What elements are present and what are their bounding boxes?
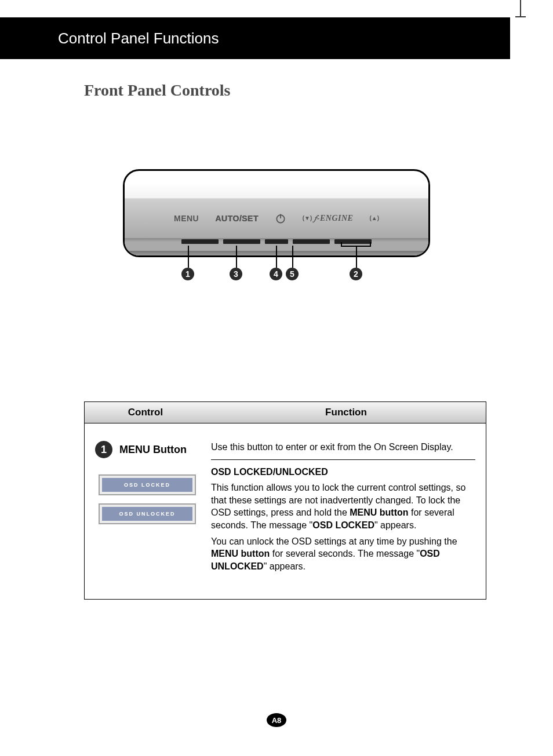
controls-table: Control Function 1 MENU Button OSD LOCKE… <box>84 401 486 600</box>
control-name: MENU Button <box>119 444 187 456</box>
panel-label-menu: MENU <box>174 214 199 223</box>
control-column: 1 MENU Button OSD LOCKED OSD UNLOCKED <box>95 441 211 576</box>
callout-5: 5 <box>286 268 299 280</box>
callout-3: 3 <box>230 268 242 280</box>
function-body: This function allows you to lock the cur… <box>211 481 475 572</box>
th-control: Control <box>85 402 206 423</box>
arrow-down-icon: (▼) <box>303 216 312 221</box>
table-row: 1 MENU Button OSD LOCKED OSD UNLOCKED Us… <box>85 423 486 599</box>
panel-button <box>223 239 260 244</box>
callout-4: 4 <box>270 268 282 280</box>
crop-mark <box>520 0 521 17</box>
panel-label-autoset: AUTO/SET <box>215 214 259 223</box>
function-column: Use this button to enter or exit from th… <box>211 441 475 576</box>
osd-unlocked-text: OSD UNLOCKED <box>102 507 192 521</box>
osd-locked-badge: OSD LOCKED <box>99 474 196 495</box>
table-header: Control Function <box>85 402 486 423</box>
osd-unlocked-badge: OSD UNLOCKED <box>99 503 196 524</box>
th-function: Function <box>206 402 486 423</box>
section-title: Front Panel Controls <box>84 81 553 100</box>
osd-locked-text: OSD LOCKED <box>102 478 192 492</box>
callout-1: 1 <box>181 268 194 280</box>
panel-button <box>181 239 219 244</box>
function-subhead: OSD LOCKED/UNLOCKED <box>211 466 475 479</box>
function-intro: Use this button to enter or exit from th… <box>211 441 475 460</box>
panel-label-fengine: 𝑓-ENGINE <box>314 214 353 223</box>
panel-button <box>265 239 288 244</box>
panel-button <box>293 239 330 244</box>
front-panel-figure: MENU AUTO/SET (▼) 𝑓-ENGINE (▲) 1 3 <box>123 169 430 294</box>
panel-label-row: MENU AUTO/SET (▼) 𝑓-ENGINE (▲) <box>125 199 428 238</box>
callout-2: 2 <box>350 268 362 280</box>
page-header-bar: Control Panel Functions <box>0 17 510 59</box>
panel-outline: MENU AUTO/SET (▼) 𝑓-ENGINE (▲) <box>123 169 430 257</box>
page-number: A8 <box>267 713 286 727</box>
panel-button <box>334 239 372 244</box>
page-header-title: Control Panel Functions <box>58 30 219 48</box>
arrow-up-icon: (▲) <box>369 216 379 221</box>
power-icon <box>275 213 286 224</box>
callout-group: 1 3 4 5 2 <box>123 260 430 294</box>
row-number-badge: 1 <box>95 441 112 458</box>
